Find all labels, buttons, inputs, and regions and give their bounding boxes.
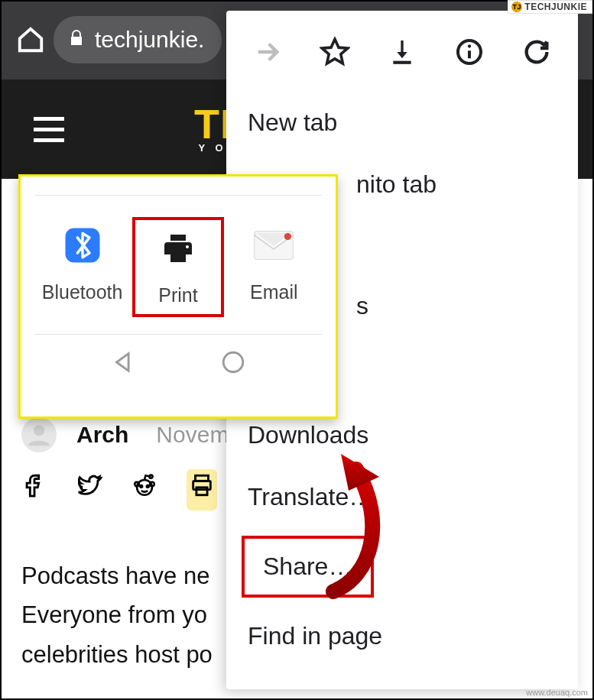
twitter-icon[interactable] [76,470,102,510]
share-print[interactable]: Print [132,217,224,317]
menu-share[interactable]: Share… [226,528,578,605]
print-icon[interactable] [187,469,217,511]
svg-point-15 [186,245,189,248]
facebook-icon[interactable] [21,470,47,510]
svg-point-6 [147,485,149,488]
author-name[interactable]: Arch [76,416,128,454]
reload-icon[interactable] [517,32,557,72]
home-button[interactable] [12,21,49,58]
info-icon[interactable] [450,32,489,72]
watermark-bottom: www.deuaq.com [526,688,588,697]
share-sheet: Bluetooth Print Email [18,174,338,419]
svg-point-13 [468,44,471,47]
watermark-top: TJTECHJUNKIE [508,0,592,14]
lock-icon [67,27,86,53]
printer-icon [156,226,200,271]
reddit-icon[interactable] [131,470,157,510]
menu-new-tab[interactable]: New tab [226,92,578,154]
avatar [21,417,57,452]
publish-date: Novem [156,416,229,454]
menu-icon-row [226,20,578,92]
menu-find-in-page[interactable]: Find in page [226,605,578,667]
bookmark-star-icon[interactable] [315,32,355,72]
svg-point-17 [284,233,291,240]
share-bluetooth[interactable]: Bluetooth [37,217,128,317]
svg-rect-10 [393,61,411,64]
share-nav-bar [34,334,322,392]
circle-nav-icon[interactable] [220,349,246,378]
back-triangle-icon[interactable] [110,349,136,378]
url-text: techjunkie. [95,27,204,53]
menu-button[interactable] [34,117,64,142]
email-icon [252,223,296,267]
menu-translate[interactable]: Translate… [226,466,578,528]
forward-icon[interactable] [248,32,287,72]
svg-point-5 [140,485,142,488]
url-bar[interactable]: techjunkie. [54,16,222,63]
svg-point-18 [223,352,243,372]
share-email[interactable]: Email [228,217,320,317]
svg-point-0 [34,425,44,436]
download-icon[interactable] [382,32,422,72]
bluetooth-icon [60,223,105,267]
